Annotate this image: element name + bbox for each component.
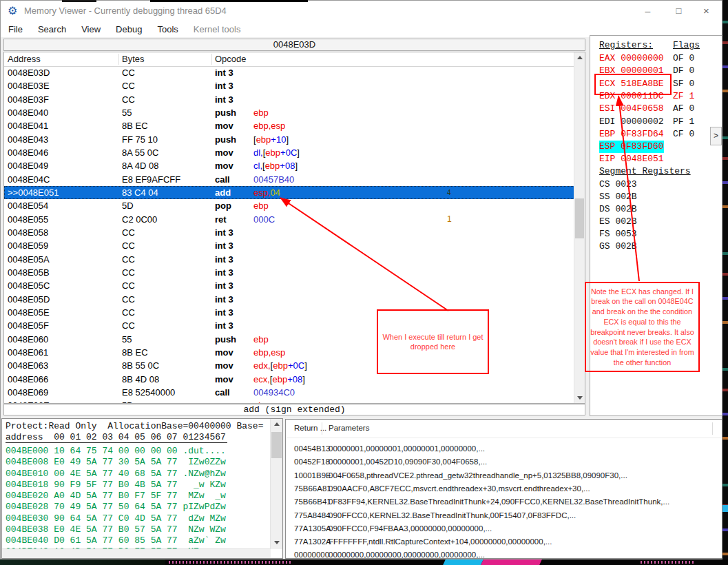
disasm-operands: 00457B40 bbox=[253, 173, 294, 186]
close-button[interactable]: × bbox=[691, 1, 722, 21]
flag-of[interactable]: OF 0 bbox=[673, 52, 694, 65]
callstack-row[interactable]: 75B66A81090AACF0,A8CF7ECC,msvcrt.endthre… bbox=[286, 482, 722, 495]
disasm-row[interactable]: >>0048E05183 C4 04addesp,044 bbox=[4, 186, 574, 199]
memory-row[interactable]: 004BE010 00 4E 5A 77 40 68 5A 77 .NZw@hZ… bbox=[6, 469, 270, 480]
disasm-row[interactable]: 0048E05ACCint 3 bbox=[4, 253, 574, 266]
return-address-cell: 77A1302A bbox=[294, 535, 331, 548]
memory-row[interactable]: 004BE020 A0 4D 5A 77 B0 F7 5F 77 MZw _w bbox=[6, 491, 270, 502]
flag-sf[interactable]: SF 0 bbox=[673, 78, 694, 90]
menu-item-search[interactable]: Search bbox=[30, 21, 74, 37]
disasm-row[interactable]: 0048E059CCint 3 bbox=[4, 239, 574, 252]
memory-row[interactable]: 004BE008 E0 49 5A 77 30 5A 5A 77 IZw0ZZw bbox=[6, 457, 270, 468]
register-eax[interactable]: EAX 00000000 bbox=[599, 52, 664, 65]
disasm-row[interactable]: 0048E0498A 4D 08movcl,[ebp+08] bbox=[4, 159, 574, 172]
disasm-row[interactable]: 0048E055C2 0C00ret000C1 bbox=[4, 213, 574, 226]
scrollbar-thumb[interactable] bbox=[271, 432, 282, 458]
memory-vscrollbar[interactable] bbox=[270, 419, 282, 549]
scroll-down-icon[interactable] bbox=[574, 393, 585, 403]
title-bar[interactable]: ⚙ Memory Viewer - Currently debugging th… bbox=[1, 1, 722, 21]
parameters-cell: 00000001,00000001,00000001,00000000,... bbox=[329, 442, 719, 455]
disasm-row[interactable]: 0048E043FF 75 10push[ebp+10] bbox=[4, 133, 574, 146]
disasm-row[interactable]: 0048E04CE8 EF9AFCFFcall00457B40 bbox=[4, 173, 574, 186]
menu-item-tools[interactable]: Tools bbox=[149, 21, 185, 37]
scroll-up-icon[interactable] bbox=[271, 419, 282, 431]
operand-token: +08 bbox=[287, 374, 302, 384]
minimize-button[interactable]: – bbox=[632, 1, 663, 21]
column-divider[interactable] bbox=[118, 54, 119, 65]
flag-af[interactable]: AF 0 bbox=[673, 103, 694, 115]
memory-row[interactable]: 004BE028 70 49 5A 77 50 64 5A 77 pIZwPdZ… bbox=[6, 502, 270, 513]
callstack-row[interactable]: 77A1302AFFFFFFFF,ntdll.RtlCaptureContext… bbox=[286, 535, 722, 548]
scrollbar-thumb[interactable] bbox=[575, 198, 584, 238]
flag-zf[interactable]: ZF 1 bbox=[673, 90, 694, 103]
memory-row[interactable]: 004BE038 E0 4E 5A 77 B0 57 5A 77 NZw WZw bbox=[6, 524, 270, 535]
callstack-row[interactable]: 10001B9E004F0658,pthreadVCE2.pthread_get… bbox=[286, 469, 722, 482]
memory-row[interactable]: 004BE018 90 F9 5F 77 B0 4B 5A 77 _w KZw bbox=[6, 480, 270, 491]
disassembly-scrollbar[interactable] bbox=[574, 52, 585, 403]
memory-row[interactable]: 004BE000 10 64 75 74 00 00 00 00 .dut...… bbox=[6, 446, 270, 457]
register-eip[interactable]: EIP 0048E051 bbox=[599, 153, 664, 165]
flag-cf[interactable]: CF 0 bbox=[673, 128, 694, 141]
disasm-row[interactable]: 0048E0545Dpopebp bbox=[4, 199, 574, 212]
operand-token: 04 bbox=[271, 187, 280, 198]
memory-hscrollbar[interactable] bbox=[2, 548, 271, 558]
disasm-mnemonic: int 3 bbox=[215, 79, 233, 92]
disasm-row[interactable]: 0048E05CCCint 3 bbox=[4, 279, 574, 292]
disasm-row[interactable]: 0048E03FCCint 3 bbox=[4, 93, 574, 106]
segment-register-ds[interactable]: DS 002B bbox=[599, 204, 637, 214]
column-divider[interactable] bbox=[211, 54, 212, 65]
disasm-row[interactable]: 0048E06E5Dpopebp bbox=[4, 399, 574, 403]
column-divider[interactable] bbox=[712, 422, 713, 435]
menu-item-view[interactable]: View bbox=[74, 21, 108, 37]
callstack-row[interactable]: 75B66B410F83FF94,KERNEL32.BaseThreadInit… bbox=[286, 495, 722, 508]
register-ebp[interactable]: EBP 0F83FD64 bbox=[599, 128, 664, 141]
disasm-row[interactable]: 0048E05BCCint 3 bbox=[4, 266, 574, 279]
segment-register-gs[interactable]: GS 002B bbox=[599, 241, 637, 251]
operand-token: ] bbox=[297, 147, 300, 158]
memory-row[interactable]: 004BE030 90 64 5A 77 C0 4D 5A 77 dZw MZw bbox=[6, 513, 270, 524]
return-address-cell: 77A1305A bbox=[294, 522, 331, 535]
disasm-row[interactable]: 0048E069E8 52540000call004934C0 bbox=[4, 386, 574, 399]
callstack-row[interactable]: 00454B1300000001,00000001,00000001,00000… bbox=[286, 442, 722, 455]
operand-token: esp bbox=[253, 187, 268, 198]
desktop-edge-top bbox=[150, 0, 308, 2]
operand-token: ecx, bbox=[253, 374, 270, 384]
menu-item-file[interactable]: File bbox=[1, 21, 30, 37]
disasm-row[interactable]: 0048E05DCCint 3 bbox=[4, 293, 574, 306]
disasm-row[interactable]: 0048E0418B ECmovebp,esp bbox=[4, 119, 574, 132]
disasm-bytes: CC bbox=[122, 319, 135, 332]
disasm-row[interactable]: 0048E0668B 4D 08movecx,[ebp+08] bbox=[4, 373, 574, 386]
callstack-row[interactable]: 0000000000000000,00000000,00000000,00000… bbox=[286, 548, 722, 559]
menu-item-kernel-tools[interactable]: Kernel tools bbox=[186, 21, 249, 37]
disasm-row[interactable]: 0048E03ECCint 3 bbox=[4, 79, 574, 92]
disasm-bytes: E8 52540000 bbox=[122, 386, 175, 399]
column-divider[interactable] bbox=[322, 422, 322, 435]
disasm-row[interactable]: 0048E0468A 55 0Cmovdl,[ebp+0C] bbox=[4, 146, 574, 159]
disasm-mnemonic: int 3 bbox=[215, 253, 233, 266]
callstack-row[interactable]: 77A1305A090FFCC0,F94FBAA3,00000000,00000… bbox=[286, 522, 722, 535]
segment-register-cs[interactable]: CS 0023 bbox=[599, 179, 637, 189]
maximize-button[interactable]: □ bbox=[663, 1, 694, 21]
flag-df[interactable]: DF 0 bbox=[673, 65, 694, 77]
expand-registers-button[interactable]: > bbox=[710, 127, 722, 145]
operand-token: edx, bbox=[253, 360, 271, 371]
scroll-up-icon[interactable] bbox=[574, 52, 585, 63]
register-esp[interactable]: ESP 0F83FD60 bbox=[599, 141, 664, 153]
register-esi[interactable]: ESI 004F0658 bbox=[599, 103, 664, 115]
scroll-down-icon[interactable] bbox=[271, 537, 282, 549]
disasm-row[interactable]: 0048E04055pushebp bbox=[4, 106, 574, 119]
flag-pf[interactable]: PF 1 bbox=[673, 116, 694, 128]
register-edi[interactable]: EDI 00000002 bbox=[599, 116, 664, 128]
menu-item-debug[interactable]: Debug bbox=[108, 21, 149, 37]
memory-row[interactable]: 004BE040 D0 61 5A 77 60 85 5A 77 aZw` Zw bbox=[6, 535, 270, 546]
annotation-ecx-note: Note the ECX has changed. If I break on … bbox=[585, 282, 700, 372]
callstack-row[interactable]: 00452F1800000001,00452D10,09090F30,004F0… bbox=[286, 455, 722, 469]
disasm-mnemonic: int 3 bbox=[215, 226, 233, 239]
disasm-row[interactable]: 0048E058CCint 3 bbox=[4, 226, 574, 239]
segment-register-fs[interactable]: FS 0053 bbox=[599, 229, 637, 239]
callstack-row[interactable]: 775A8484090FFCC0,KERNEL32.BaseThreadInit… bbox=[286, 509, 722, 522]
disasm-mnemonic: int 3 bbox=[215, 93, 233, 106]
disasm-row[interactable]: 0048E03DCCint 3 bbox=[4, 66, 574, 79]
segment-register-ss[interactable]: SS 002B bbox=[599, 192, 637, 202]
segment-register-es[interactable]: ES 002B bbox=[599, 216, 637, 227]
